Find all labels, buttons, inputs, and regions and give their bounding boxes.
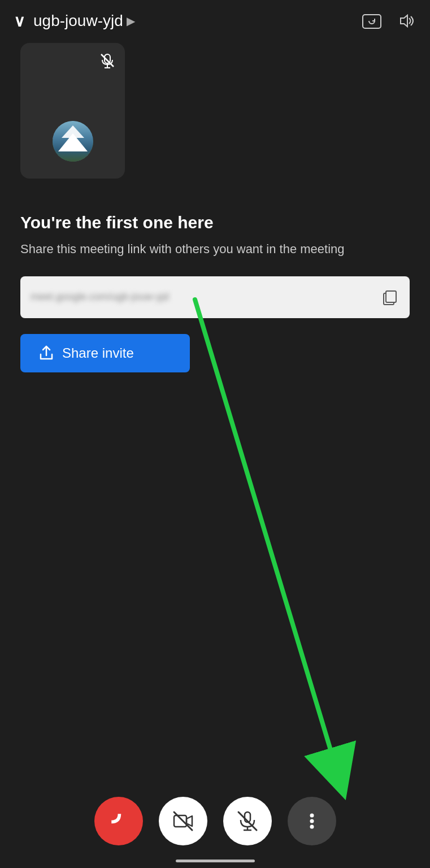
more-options-button[interactable] (288, 797, 336, 845)
header: ∨ ugb-jouw-yjd ▶ (0, 0, 430, 37)
chevron-down-icon[interactable]: ∨ (14, 12, 25, 31)
svg-point-16 (310, 819, 314, 823)
meeting-title[interactable]: ugb-jouw-yjd ▶ (33, 12, 353, 30)
meeting-link-text: meet.google.com/ugb-jouw-yjd (31, 291, 380, 303)
share-icon (38, 345, 54, 361)
share-link-subtitle: Share this meeting link with others you … (20, 241, 410, 258)
meeting-link-box[interactable]: meet.google.com/ugb-jouw-yjd (20, 276, 410, 318)
share-invite-label: Share invite (62, 345, 134, 361)
camera-off-button[interactable] (159, 797, 207, 845)
volume-button[interactable] (395, 10, 416, 32)
svg-rect-7 (386, 291, 396, 302)
title-arrow-icon: ▶ (127, 14, 135, 28)
bottom-controls (0, 797, 430, 845)
svg-marker-1 (401, 15, 407, 27)
header-icons (361, 10, 416, 32)
first-one-heading: You're the first one here (20, 212, 410, 233)
svg-point-17 (310, 825, 314, 829)
copy-link-button[interactable] (380, 288, 399, 307)
avatar (53, 121, 93, 162)
svg-rect-0 (363, 15, 381, 28)
participant-tile (20, 43, 125, 179)
home-indicator (176, 860, 255, 862)
main-content: You're the first one here Share this mee… (0, 179, 430, 372)
share-invite-button[interactable]: Share invite (20, 334, 190, 372)
camera-flip-button[interactable] (361, 10, 383, 32)
end-call-button[interactable] (94, 797, 143, 845)
svg-point-15 (310, 814, 314, 818)
mic-off-button[interactable] (223, 797, 272, 845)
tile-mute-icon (97, 50, 118, 71)
